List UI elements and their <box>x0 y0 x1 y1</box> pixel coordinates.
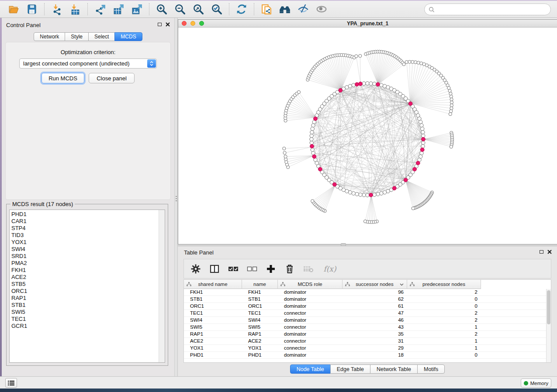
table-scrollbar-thumb[interactable] <box>547 290 550 324</box>
zoom-selected-icon[interactable] <box>208 2 226 17</box>
mcds-network-node[interactable] <box>422 138 426 141</box>
network-node[interactable] <box>363 220 367 223</box>
mcds-result-item[interactable]: SRD1 <box>11 253 165 260</box>
tab-motifs[interactable]: Motifs <box>417 364 445 374</box>
network-node[interactable] <box>450 101 453 104</box>
network-node[interactable] <box>414 61 417 64</box>
mcds-result-item[interactable]: ACE2 <box>11 274 165 281</box>
mcds-network-node[interactable] <box>376 83 380 86</box>
network-node[interactable] <box>402 63 405 66</box>
network-node[interactable] <box>405 61 408 64</box>
network-node[interactable] <box>417 61 420 64</box>
network-node[interactable] <box>283 147 286 150</box>
network-node[interactable] <box>450 98 453 101</box>
network-node[interactable] <box>383 191 386 194</box>
mcds-network-node[interactable] <box>359 82 363 86</box>
network-node[interactable] <box>373 82 376 86</box>
mcds-result-item[interactable]: STP4 <box>11 225 165 232</box>
mcds-network-node[interactable] <box>339 88 343 92</box>
network-node[interactable] <box>408 60 411 63</box>
clone-network-icon[interactable] <box>257 2 276 17</box>
network-node[interactable] <box>310 141 313 144</box>
network-node[interactable] <box>450 107 453 110</box>
task-history-icon[interactable] <box>5 378 17 388</box>
network-node[interactable] <box>284 155 287 158</box>
tab-node-table[interactable]: Node Table <box>290 364 331 374</box>
tab-style[interactable]: Style <box>65 32 89 41</box>
network-node[interactable] <box>422 141 425 144</box>
network-node[interactable] <box>311 124 315 127</box>
mcds-result-item[interactable]: RAP1 <box>11 295 165 302</box>
close-panel-icon[interactable] <box>547 250 552 254</box>
network-node[interactable] <box>450 104 453 107</box>
mcds-result-item[interactable]: YOX1 <box>11 239 165 246</box>
mcds-result-item[interactable]: PHD1 <box>11 211 165 218</box>
mcds-result-item[interactable]: ORC1 <box>11 288 165 295</box>
network-node[interactable] <box>359 54 362 57</box>
network-node[interactable] <box>421 127 424 131</box>
mcds-network-node[interactable] <box>413 167 417 171</box>
tab-mcds[interactable]: MCDS <box>114 32 142 41</box>
network-node[interactable] <box>450 145 453 148</box>
network-node[interactable] <box>348 84 352 88</box>
zoom-in-icon[interactable] <box>152 2 171 17</box>
table-row[interactable]: SWI5SWI5connector431 <box>184 324 546 331</box>
network-node[interactable] <box>352 83 355 87</box>
network-node[interactable] <box>421 131 425 134</box>
table-row[interactable]: STB1STB1dominator620 <box>184 296 546 303</box>
float-panel-icon[interactable] <box>540 250 543 254</box>
network-node[interactable] <box>420 151 423 155</box>
table-row[interactable]: SWI4SWI4dominator462 <box>184 317 546 324</box>
hide-all-columns-icon[interactable] <box>246 263 258 275</box>
mcds-network-node[interactable] <box>314 117 318 121</box>
network-node[interactable] <box>419 120 422 124</box>
tab-select[interactable]: Select <box>88 32 115 41</box>
network-node[interactable] <box>355 55 358 58</box>
column-header-predecessor-nodes[interactable]: predecessor nodes <box>407 280 481 289</box>
network-node[interactable] <box>449 113 452 116</box>
mcds-result-listbox[interactable]: PHD1CAR1STP4TID3YOX1SWI4SRD1PMA2FKH1ACE2… <box>9 210 165 363</box>
close-panel-button[interactable]: Close panel <box>89 73 135 83</box>
network-node[interactable] <box>420 124 423 127</box>
network-node[interactable] <box>422 134 425 138</box>
tab-network-table[interactable]: Network Table <box>370 364 418 374</box>
export-network-icon[interactable] <box>91 2 109 17</box>
add-column-icon[interactable] <box>265 263 277 275</box>
network-node[interactable] <box>362 82 366 85</box>
table-row[interactable]: TEC1TEC1connector472 <box>184 310 546 317</box>
refresh-icon[interactable] <box>232 2 251 17</box>
import-network-icon[interactable] <box>48 2 66 17</box>
mcds-network-node[interactable] <box>318 167 322 171</box>
network-node[interactable] <box>310 134 313 138</box>
mcds-result-item[interactable]: STB5 <box>11 281 165 288</box>
network-node[interactable] <box>380 192 383 195</box>
mcds-network-node[interactable] <box>310 144 314 148</box>
column-header-successor-nodes[interactable]: successor nodes <box>343 280 407 289</box>
table-row[interactable]: ORC1ORC1dominator610 <box>184 303 546 310</box>
table-row[interactable]: RAP1RAP1dominator352 <box>184 331 546 338</box>
table-row[interactable]: ACE2ACE2connector311 <box>184 338 546 345</box>
mcds-network-node[interactable] <box>392 186 396 190</box>
memory-button[interactable]: Memory <box>521 378 551 388</box>
network-node[interactable] <box>450 95 453 98</box>
criterion-select[interactable]: largest connected component (undirected) <box>19 58 157 69</box>
delete-column-icon[interactable] <box>284 263 295 275</box>
float-panel-icon[interactable] <box>158 23 162 26</box>
mcds-result-item[interactable]: GCR1 <box>11 323 165 330</box>
network-node[interactable] <box>355 193 359 196</box>
mcds-network-node[interactable] <box>416 161 420 165</box>
mcds-network-node[interactable] <box>420 148 424 152</box>
table-row[interactable]: FKH1FKH1dominator962 <box>184 289 546 296</box>
network-node[interactable] <box>311 127 314 131</box>
mcds-network-node[interactable] <box>355 83 359 86</box>
network-node[interactable] <box>311 151 315 155</box>
network-node[interactable] <box>362 193 366 197</box>
delete-table-icon[interactable] <box>303 263 314 275</box>
tab-network[interactable]: Network <box>34 32 65 41</box>
run-mcds-button[interactable]: Run MCDS <box>42 73 84 83</box>
show-all-icon[interactable] <box>312 2 331 17</box>
network-node[interactable] <box>450 110 453 113</box>
table-row[interactable]: PHD1PHD1dominator180 <box>184 352 546 359</box>
column-header-shared-name[interactable]: shared name <box>184 280 242 289</box>
open-file-icon[interactable] <box>4 2 23 17</box>
